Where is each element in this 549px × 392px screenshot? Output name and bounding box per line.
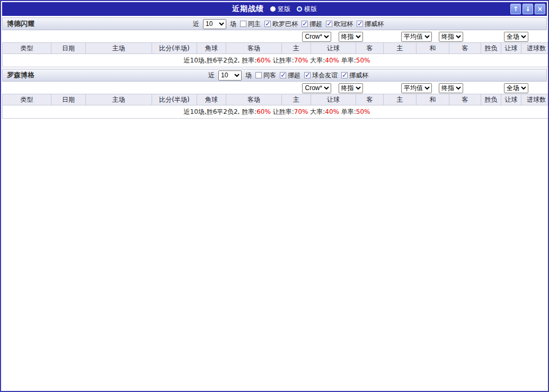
match-count-select[interactable]: 10 — [218, 70, 242, 81]
window-buttons: ↑ ↓ × — [510, 4, 545, 14]
odds-company-select[interactable]: Crow* — [302, 83, 331, 93]
col-type: 类型 — [3, 94, 51, 105]
same-venue-filter[interactable]: 同主 — [240, 20, 261, 29]
competition-filter[interactable]: 欧罗巴杯 — [264, 20, 298, 29]
competition-label: 挪威杯 — [349, 71, 368, 80]
col-avg-away: 客 — [449, 43, 481, 54]
competition-label: 挪超 — [288, 71, 300, 80]
results-table: Crow* 终指 平均值 终指 全场 类型 日期 主场 比分(半场) — [2, 30, 549, 67]
checkbox-icon[interactable] — [280, 72, 286, 78]
radio-label: 竖版 — [278, 5, 290, 14]
titlebar: 近期战绩 竖版 横版 ↑ ↓ × — [2, 2, 547, 16]
summary-stat-value: 50% — [356, 108, 370, 115]
games-label: 场 — [230, 20, 236, 29]
section-header: 博德闪耀 近 10 场 同主 欧罗巴杯挪超欧冠杯挪威杯 — [2, 17, 547, 30]
col-handicap: 让球 — [311, 94, 356, 105]
close-button[interactable]: × — [535, 4, 545, 14]
average-odds-selects: 平均值 终指 — [384, 82, 481, 94]
summary-stat-value: 60% — [256, 108, 271, 115]
scroll-down-button[interactable]: ↓ — [523, 4, 533, 14]
odds-stage-select[interactable]: 终指 — [339, 83, 363, 93]
col-goals-result: 进球数 — [521, 43, 549, 54]
near-label: 近 — [193, 20, 199, 29]
competition-filter[interactable]: 挪超 — [302, 20, 322, 29]
checkbox-icon[interactable] — [302, 21, 308, 27]
summary-stat-value: 40% — [325, 57, 339, 64]
competition-filters: 挪超球会友谊挪威杯 — [280, 71, 368, 80]
col-date: 日期 — [51, 94, 86, 105]
layout-mode-horizontal[interactable]: 横版 — [297, 5, 317, 14]
near-label: 近 — [208, 71, 215, 80]
competition-label: 挪威杯 — [365, 20, 384, 29]
col-type: 类型 — [3, 43, 51, 54]
competition-label: 欧冠杯 — [334, 20, 353, 29]
col-home: 主场 — [86, 43, 152, 54]
summary-stat-value: 40% — [325, 108, 339, 115]
handicap-odds-selects: Crow* 终指 — [282, 82, 384, 94]
average-stage-select[interactable]: 终指 — [439, 32, 463, 42]
scroll-up-button[interactable]: ↑ — [510, 4, 521, 14]
checkbox-icon[interactable] — [341, 72, 348, 78]
header-spacer — [3, 82, 282, 94]
average-select[interactable]: 平均值 — [401, 83, 432, 93]
competition-filter[interactable]: 挪威杯 — [357, 20, 384, 29]
same-venue-filter[interactable]: 同客 — [255, 71, 276, 80]
col-avg-home: 主 — [384, 43, 417, 54]
competition-filter[interactable]: 挪超 — [280, 71, 300, 80]
col-goals-result: 进球数 — [521, 94, 549, 105]
checkbox-icon[interactable] — [304, 72, 311, 78]
col-away: 客场 — [226, 94, 282, 105]
checkbox-icon[interactable] — [326, 21, 332, 27]
col-home: 主场 — [86, 94, 152, 105]
layout-mode-vertical[interactable]: 竖版 — [270, 5, 290, 14]
competition-label: 欧罗巴杯 — [272, 20, 298, 29]
odds-company-select[interactable]: Crow* — [302, 32, 331, 42]
col-handicap-result: 让球 — [501, 94, 521, 105]
summary-record: 近10场,胜6平2负2, — [184, 57, 242, 64]
results-table: Crow* 终指 平均值 终指 全场 类型 日期 主场 比分(半场) — [2, 82, 549, 119]
col-odds-away: 客 — [356, 94, 384, 105]
competition-filter[interactable]: 欧冠杯 — [326, 20, 353, 29]
col-avg-away: 客 — [449, 94, 481, 105]
col-away: 客场 — [226, 43, 282, 54]
filters-bar: 近 10 场 同客 挪超球会友谊挪威杯 — [208, 70, 368, 81]
radio-label: 横版 — [304, 5, 317, 14]
summary-stat-label: 大率: — [308, 57, 325, 64]
summary-stat-value: 70% — [294, 108, 308, 115]
odds-stage-select[interactable]: 终指 — [339, 32, 363, 42]
checkbox-icon[interactable] — [240, 21, 246, 27]
col-score: 比分(半场) — [152, 94, 197, 105]
checkbox-icon[interactable] — [255, 72, 262, 78]
scope-select[interactable]: 全场 — [504, 83, 528, 93]
summary-stat-value: 50% — [356, 57, 370, 64]
col-date: 日期 — [51, 43, 86, 54]
col-corners: 角球 — [197, 43, 226, 54]
summary-stat-label: 让胜率: — [271, 108, 294, 115]
col-score: 比分(半场) — [152, 43, 197, 54]
scope-select-cell: 全场 — [481, 30, 549, 43]
scope-select[interactable]: 全场 — [504, 32, 528, 42]
checkbox-icon[interactable] — [357, 21, 363, 27]
competition-filter[interactable]: 球会友谊 — [304, 71, 338, 80]
match-count-select[interactable]: 10 — [203, 19, 226, 29]
average-select[interactable]: 平均值 — [401, 32, 432, 42]
checkbox-icon[interactable] — [264, 21, 271, 27]
average-stage-select[interactable]: 终指 — [439, 83, 463, 93]
radio-icon[interactable] — [297, 6, 302, 12]
col-avg-draw: 和 — [417, 94, 449, 105]
section-team-name: 博德闪耀 — [7, 19, 34, 29]
summary-record: 近10场,胜6平2负2, — [184, 108, 242, 115]
recent-results-widget: 近期战绩 竖版 横版 ↑ ↓ × 博德闪耀 近 10 场 — [0, 0, 549, 392]
competition-label: 挪超 — [309, 20, 322, 29]
col-handicap: 让球 — [311, 43, 356, 54]
summary-stat-label: 让胜率: — [271, 57, 294, 64]
competition-filter[interactable]: 挪威杯 — [341, 71, 368, 80]
header-spacer — [3, 30, 282, 43]
col-odds-away: 客 — [356, 43, 384, 54]
competition-filters: 欧罗巴杯挪超欧冠杯挪威杯 — [264, 20, 384, 29]
col-result: 胜负 — [481, 94, 501, 105]
competition-label: 球会友谊 — [312, 71, 338, 80]
section-header: 罗森博格 近 10 场 同客 挪超球会友谊挪威杯 — [2, 69, 547, 82]
radio-icon[interactable] — [270, 6, 276, 12]
same-venue-label: 同主 — [248, 20, 261, 29]
